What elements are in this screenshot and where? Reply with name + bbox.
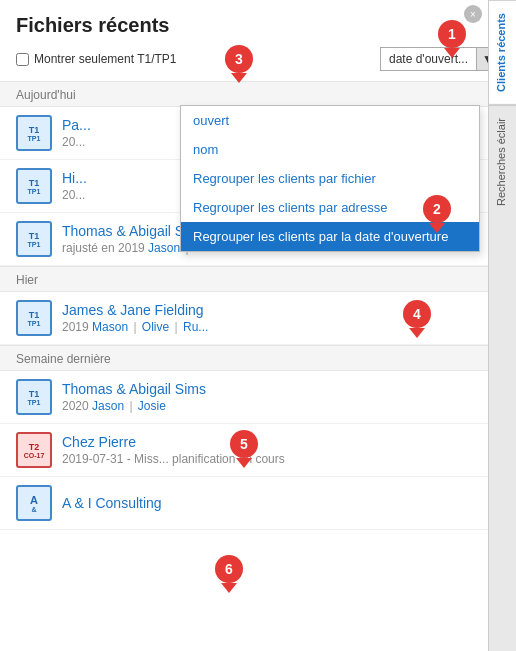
dropdown-item-ouvert[interactable]: ouvert	[181, 106, 479, 135]
file-meta: 2019-07-31 - Miss... planification en co…	[62, 452, 500, 466]
list-item[interactable]: T1 TP1 Thomas & Abigail Sims 2020 Jason …	[0, 371, 516, 424]
file-info: James & Jane Fielding 2019 Mason | Olive…	[62, 302, 500, 334]
list-item[interactable]: T2 CO-17 Chez Pierre 2019-07-31 - Miss..…	[0, 424, 516, 477]
file-icon-t2: T2 CO-17	[16, 432, 52, 468]
dropdown-item-nom[interactable]: nom	[181, 135, 479, 164]
file-icon-t1: T1 TP1	[16, 115, 52, 151]
header: × Fichiers récents Montrer seulement T1/…	[0, 0, 516, 81]
t1-filter-label: Montrer seulement T1/TP1	[34, 52, 177, 66]
file-meta: 2020 Jason | Josie	[62, 399, 500, 413]
file-name: A & I Consulting	[62, 495, 500, 511]
section-today: Aujourd'hui	[0, 81, 516, 107]
sort-dropdown-text: date d'ouvert...	[381, 48, 476, 70]
file-info: A & I Consulting	[62, 495, 500, 511]
main-container: 1 3 2 4 5 6 × Fichiers récents Montrer s…	[0, 0, 516, 651]
dropdown-item-group-adresse[interactable]: Regrouper les clients par adresse	[181, 193, 479, 222]
file-icon-t1: A &	[16, 485, 52, 521]
header-controls: Montrer seulement T1/TP1 date d'ouvert..…	[16, 47, 500, 71]
sort-dropdown-menu: ouvert nom Regrouper les clients par fic…	[180, 105, 480, 252]
section-yesterday: Hier	[0, 266, 516, 292]
file-meta: 2019 Mason | Olive | Ru...	[62, 320, 500, 334]
sidebar-tab-recherches-eclair[interactable]: Recherches éclair	[489, 105, 516, 218]
right-sidebar: Clients récents Recherches éclair	[488, 0, 516, 651]
file-name: Thomas & Abigail Sims	[62, 381, 500, 397]
sort-dropdown[interactable]: date d'ouvert... ▼	[380, 47, 500, 71]
page-title: Fichiers récents	[16, 14, 500, 37]
t1-filter-checkbox-label[interactable]: Montrer seulement T1/TP1	[16, 52, 177, 66]
dropdown-item-group-fichier[interactable]: Regrouper les clients par fichier	[181, 164, 479, 193]
file-icon-t1: T1 TP1	[16, 379, 52, 415]
content-area: × Fichiers récents Montrer seulement T1/…	[0, 0, 516, 651]
file-name: Chez Pierre	[62, 434, 500, 450]
file-name: James & Jane Fielding	[62, 302, 500, 318]
section-last-week: Semaine dernière	[0, 345, 516, 371]
file-info: Thomas & Abigail Sims 2020 Jason | Josie	[62, 381, 500, 413]
list-item[interactable]: A & A & I Consulting	[0, 477, 516, 530]
file-icon-t1: T1 TP1	[16, 300, 52, 336]
list-item[interactable]: T1 TP1 James & Jane Fielding 2019 Mason …	[0, 292, 516, 345]
file-info: Chez Pierre 2019-07-31 - Miss... planifi…	[62, 434, 500, 466]
sidebar-tab-clients-recents[interactable]: Clients récents	[489, 0, 516, 105]
file-icon-t1: T1 TP1	[16, 168, 52, 204]
close-button[interactable]: ×	[464, 5, 482, 23]
dropdown-item-group-date[interactable]: Regrouper les clients par la date d'ouve…	[181, 222, 479, 251]
file-icon-t1: T1 TP1	[16, 221, 52, 257]
t1-filter-checkbox[interactable]	[16, 53, 29, 66]
